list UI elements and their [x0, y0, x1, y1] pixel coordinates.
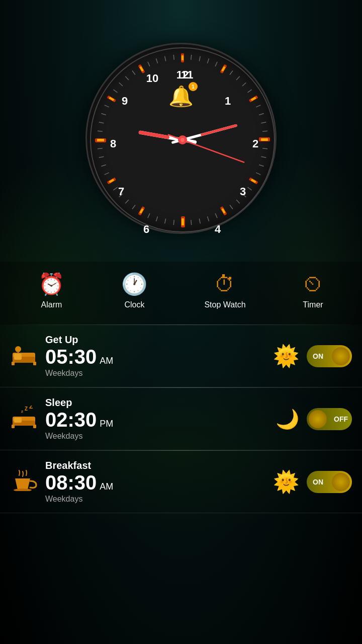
- svg-rect-98: [12, 362, 15, 365]
- svg-point-94: [180, 138, 185, 142]
- svg-point-100: [15, 346, 21, 352]
- svg-line-37: [262, 148, 267, 149]
- alarm-item-breakfast[interactable]: Breakfast 08:30 AM Weekdays 🌞 ON: [0, 451, 362, 513]
- svg-line-63: [101, 113, 106, 115]
- svg-line-48: [191, 220, 192, 225]
- svg-line-46: [207, 216, 209, 221]
- svg-line-31: [242, 83, 246, 86]
- alarm-time-sleep: 02:30: [45, 410, 97, 430]
- alarm-toggle-sleep[interactable]: OFF: [307, 408, 352, 430]
- svg-line-52: [148, 213, 150, 218]
- alarm-toggle-get-up[interactable]: ON: [307, 345, 352, 367]
- svg-line-36: [262, 131, 267, 131]
- svg-line-40: [256, 173, 260, 175]
- alarm-list: Get Up 05:30 AM Weekdays 🌞 ON: [0, 325, 362, 513]
- svg-line-57: [105, 173, 109, 175]
- alarm-name-sleep: Sleep: [45, 397, 268, 409]
- svg-line-71: [165, 56, 166, 61]
- alarm-name-breakfast: Breakfast: [45, 460, 265, 471]
- tab-clock-label: Clock: [124, 300, 144, 309]
- svg-text:z: z: [21, 409, 23, 414]
- svg-line-43: [236, 200, 240, 203]
- svg-line-58: [101, 165, 106, 166]
- svg-rect-20: [97, 139, 104, 141]
- svg-line-50: [165, 219, 166, 224]
- svg-line-61: [98, 131, 103, 131]
- alarm-days-sleep: Weekdays: [45, 432, 268, 441]
- svg-line-30: [236, 76, 240, 80]
- alarm-ampm-breakfast: AM: [100, 481, 113, 492]
- svg-rect-8: [261, 138, 268, 141]
- svg-line-39: [259, 165, 264, 166]
- svg-line-91: [183, 140, 244, 162]
- svg-rect-106: [33, 425, 36, 428]
- svg-line-86: [140, 132, 167, 137]
- svg-rect-97: [14, 354, 22, 360]
- tab-clock[interactable]: 🕐 Clock: [111, 267, 157, 314]
- svg-rect-104: [14, 418, 22, 423]
- nav-tabs: ⏰ Alarm 🕐 Clock ⏱ Stop Watch ⏲ Timer: [0, 262, 362, 325]
- alarm-emoji-get-up: 🌞: [273, 344, 299, 368]
- toggle-thumb-breakfast: [332, 473, 350, 491]
- svg-line-66: [119, 83, 123, 86]
- svg-line-29: [230, 70, 233, 74]
- bell-badge: 1: [189, 82, 198, 91]
- svg-line-70: [156, 58, 157, 63]
- svg-line-38: [261, 156, 266, 157]
- svg-line-51: [156, 216, 157, 221]
- svg-rect-99: [33, 362, 36, 365]
- toggle-label-sleep: OFF: [334, 415, 348, 423]
- svg-rect-105: [12, 425, 15, 428]
- svg-text:8: 8: [110, 137, 116, 150]
- svg-line-60: [98, 148, 103, 149]
- clock-face: 12 1 2 3 4 5 6 7 8 9 10 11: [85, 43, 277, 234]
- alarm-emoji-sleep: 🌙: [276, 408, 299, 430]
- clock-section: 12 1 2 3 4 5 6 7 8 9 10 11: [0, 0, 362, 262]
- alarm-time-get-up: 05:30: [45, 347, 97, 367]
- alarm-icon-breakfast: [10, 468, 38, 496]
- toggle-label-get-up: ON: [313, 352, 323, 360]
- alarm-ampm-sleep: PM: [100, 419, 113, 429]
- svg-text:11: 11: [181, 68, 193, 81]
- alarm-info-sleep: Sleep 02:30 PM Weekdays: [45, 397, 268, 441]
- svg-text:7: 7: [118, 185, 124, 198]
- svg-line-27: [207, 58, 209, 63]
- svg-line-72: [173, 55, 174, 60]
- svg-text:Z: Z: [29, 406, 33, 410]
- timer-tab-icon: ⏲: [303, 272, 324, 296]
- svg-line-59: [99, 156, 104, 157]
- tab-stopwatch-label: Stop Watch: [204, 300, 245, 309]
- svg-text:4: 4: [215, 223, 221, 235]
- alarm-tab-icon: ⏰: [38, 272, 64, 296]
- toggle-thumb-sleep: [309, 410, 327, 428]
- svg-text:2: 2: [252, 137, 258, 150]
- toggle-label-breakfast: ON: [313, 478, 323, 486]
- svg-line-64: [105, 105, 109, 107]
- svg-line-34: [259, 113, 264, 115]
- svg-line-54: [125, 200, 129, 203]
- tab-timer[interactable]: ⏲ Timer: [293, 267, 334, 314]
- svg-rect-2: [182, 55, 184, 60]
- alarm-toggle-breakfast[interactable]: ON: [307, 471, 352, 493]
- alarm-info-breakfast: Breakfast 08:30 AM Weekdays: [45, 460, 265, 504]
- tab-alarm[interactable]: ⏰ Alarm: [28, 267, 74, 314]
- svg-text:1: 1: [225, 95, 231, 107]
- svg-line-53: [132, 205, 135, 209]
- alarm-days-breakfast: Weekdays: [45, 495, 265, 504]
- svg-line-41: [247, 187, 251, 190]
- svg-line-33: [256, 105, 260, 107]
- svg-line-49: [173, 220, 174, 225]
- svg-line-69: [148, 62, 150, 66]
- tab-alarm-label: Alarm: [41, 300, 62, 309]
- alarm-icon-sleep: z Z Z: [10, 406, 38, 433]
- alarm-item-sleep[interactable]: z Z Z Sleep 02:30 PM Weekdays 🌙 OFF: [0, 388, 362, 450]
- clock-face-svg: 12 1 2 3 4 5 6 7 8 9 10 11: [87, 44, 278, 235]
- alarm-days-get-up: Weekdays: [45, 369, 265, 378]
- analog-clock: 12 1 2 3 4 5 6 7 8 9 10 11: [85, 43, 277, 234]
- svg-line-67: [125, 76, 129, 80]
- tab-stopwatch[interactable]: ⏱ Stop Watch: [194, 267, 255, 314]
- svg-line-32: [247, 90, 251, 93]
- svg-line-47: [199, 219, 200, 224]
- svg-line-45: [215, 213, 217, 218]
- alarm-item-get-up[interactable]: Get Up 05:30 AM Weekdays 🌞 ON: [0, 325, 362, 387]
